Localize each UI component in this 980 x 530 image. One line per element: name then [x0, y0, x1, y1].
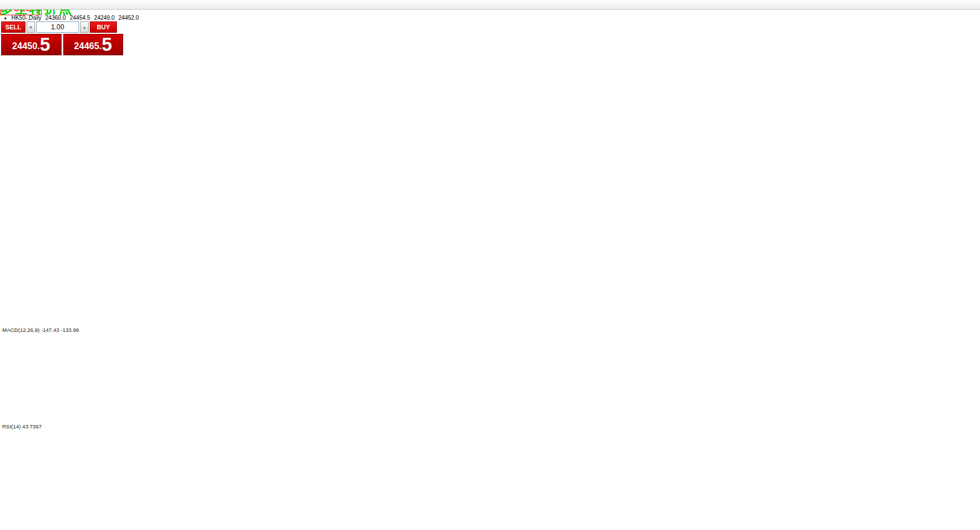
ohlc-low: 24249.0 [94, 15, 115, 21]
buy-button[interactable]: BUY [90, 21, 117, 33]
mt4-window: ▲ HK50-,Daily 24360.0 24454.5 24249.0 24… [0, 0, 980, 530]
sell-price-box[interactable]: 24450 . 5 [1, 34, 62, 55]
buy-price-box[interactable]: 24465 . 5 [63, 34, 124, 55]
buy-price-main: 24465 [74, 39, 99, 54]
chart-marker-icon: ▲ [3, 16, 7, 20]
volume-decrease-button[interactable]: ▼ [27, 21, 35, 33]
sell-price-main: 24450 [12, 39, 38, 54]
ohlc-close: 24452.0 [119, 15, 139, 21]
volume-increase-button[interactable]: ▲ [80, 21, 89, 33]
price-chart-canvas[interactable] [0, 0, 980, 530]
ohlc-high: 24454.5 [69, 15, 90, 21]
ohlc-open: 24360.0 [45, 15, 66, 21]
buy-price-pips: 5 [102, 35, 112, 54]
volume-input[interactable] [36, 21, 79, 33]
main-toolbar [0, 0, 980, 10]
chart-header: ▲ HK50-,Daily 24360.0 24454.5 24249.0 24… [3, 15, 139, 21]
sell-price-pips: 5 [40, 35, 50, 54]
sell-button[interactable]: SELL [1, 21, 25, 33]
chart-symbol-period: HK50-,Daily [11, 15, 41, 21]
one-click-trading-panel: SELL ▼ ▲ BUY 24450 . 5 24465 . 5 [1, 21, 123, 55]
